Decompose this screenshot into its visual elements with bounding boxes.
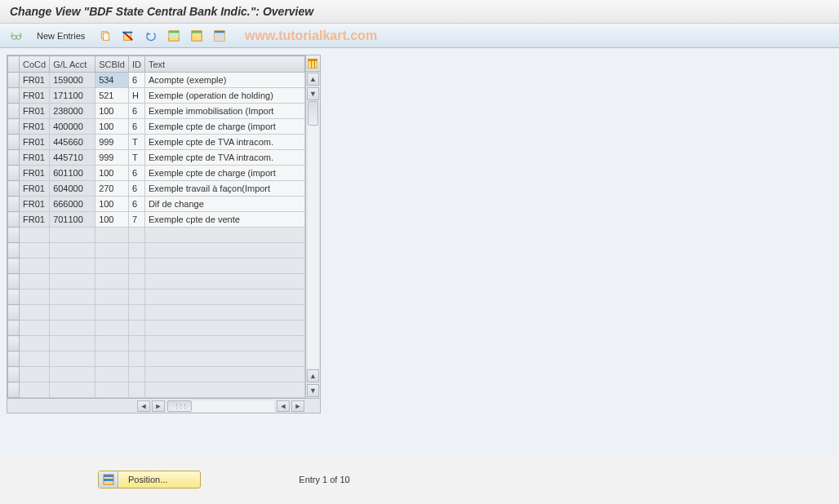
row-selector[interactable]	[8, 305, 20, 321]
row-selector[interactable]	[8, 88, 20, 104]
cell-cocd[interactable]: FR01	[20, 73, 50, 88]
cell-scbid[interactable]: 100	[95, 197, 129, 212]
cell-scbid[interactable]: 999	[95, 135, 129, 150]
cell-text[interactable]: Exemple cpte de vente	[144, 212, 304, 228]
row-selector[interactable]	[8, 382, 20, 398]
cell-cocd[interactable]: FR01	[20, 212, 50, 228]
row-selector[interactable]	[8, 166, 20, 181]
cell-text[interactable]: Exemple immobilisation (Import	[144, 104, 304, 119]
select-all-button[interactable]	[164, 28, 184, 44]
scroll-up-button-bottom[interactable]: ▲	[307, 369, 319, 382]
cell-glacct[interactable]: 238000	[50, 104, 95, 119]
row-selector[interactable]	[8, 259, 20, 274]
undo-button[interactable]	[141, 28, 161, 44]
cell-id[interactable]: 7	[128, 212, 144, 228]
h-scroll-left-button[interactable]: ◄	[137, 400, 150, 412]
select-block-button[interactable]	[187, 28, 206, 44]
row-selector[interactable]	[8, 135, 20, 150]
scroll-thumb[interactable]	[308, 101, 318, 126]
cell-id[interactable]: 6	[128, 197, 144, 212]
cell-scbid[interactable]: 534	[95, 73, 129, 88]
row-selector[interactable]	[8, 274, 20, 290]
row-selector[interactable]	[8, 181, 20, 197]
table-config-button[interactable]	[306, 55, 320, 72]
row-select-header[interactable]	[8, 56, 20, 73]
row-selector[interactable]	[8, 104, 20, 119]
cell-text[interactable]: Exemple cpte de TVA intracom.	[144, 150, 304, 166]
row-selector[interactable]	[8, 351, 20, 367]
cell-text[interactable]: Dif de change	[144, 197, 304, 212]
cell-scbid[interactable]: 100	[95, 166, 129, 181]
row-selector[interactable]	[8, 228, 20, 243]
scroll-up-button[interactable]: ▲	[307, 73, 319, 86]
row-selector[interactable]	[8, 321, 20, 336]
cell-glacct[interactable]: 171100	[50, 88, 95, 104]
cell-id[interactable]: 6	[128, 166, 144, 181]
column-header-cocd[interactable]: CoCd	[20, 56, 50, 73]
cell-cocd[interactable]: FR01	[20, 119, 50, 135]
cell-text[interactable]: Exemple travail à façon(Import	[144, 181, 304, 197]
h-scroll-track[interactable]: ⋮⋮⋮	[167, 400, 274, 412]
cell-scbid[interactable]: 521	[95, 88, 129, 104]
copy-button[interactable]	[95, 28, 115, 44]
row-selector[interactable]	[8, 290, 20, 305]
column-header-scbid[interactable]: SCBId	[95, 56, 129, 73]
column-header-glacct[interactable]: G/L Acct	[50, 56, 95, 73]
cell-text[interactable]: Exemple cpte de TVA intracom.	[144, 135, 304, 150]
cell-cocd[interactable]: FR01	[20, 88, 50, 104]
cell-id[interactable]: 6	[128, 119, 144, 135]
row-selector[interactable]	[8, 197, 20, 212]
cell-glacct[interactable]: 159000	[50, 73, 95, 88]
delete-button[interactable]	[118, 28, 138, 44]
cell-scbid[interactable]: 999	[95, 150, 129, 166]
cell-glacct[interactable]: 604000	[50, 181, 95, 197]
h-scroll-thumb[interactable]: ⋮⋮⋮	[167, 400, 192, 412]
column-header-id[interactable]: ID	[128, 56, 144, 73]
row-selector[interactable]	[8, 243, 20, 259]
position-button[interactable]: Position...	[98, 471, 201, 489]
cell-glacct[interactable]: 701100	[50, 212, 95, 228]
deselect-all-button[interactable]	[210, 28, 229, 44]
row-selector[interactable]	[8, 73, 20, 88]
cell-text[interactable]: Exemple cpte de charge (import	[144, 119, 304, 135]
cell-cocd[interactable]: FR01	[20, 135, 50, 150]
scroll-track[interactable]	[308, 101, 318, 369]
scroll-down-button[interactable]: ▼	[307, 87, 319, 100]
display-toggle-button[interactable]	[7, 28, 26, 44]
cell-cocd[interactable]: FR01	[20, 150, 50, 166]
row-selector[interactable]	[8, 150, 20, 166]
cell-cocd[interactable]: FR01	[20, 104, 50, 119]
cell-scbid[interactable]: 100	[95, 212, 129, 228]
cell-text[interactable]: Exemple cpte de charge (import	[144, 166, 304, 181]
cell-id[interactable]: 6	[128, 181, 144, 197]
row-selector[interactable]	[8, 367, 20, 382]
cell-glacct[interactable]: 445660	[50, 135, 95, 150]
h-scroll-right-button-2[interactable]: ►	[291, 400, 304, 412]
cell-text[interactable]: Exemple (operation de holding)	[144, 88, 304, 104]
row-selector[interactable]	[8, 336, 20, 351]
cell-id[interactable]: 6	[128, 73, 144, 88]
scroll-down-button-bottom[interactable]: ▼	[307, 384, 319, 397]
cell-id[interactable]: T	[128, 150, 144, 166]
cell-cocd[interactable]: FR01	[20, 181, 50, 197]
cell-cocd[interactable]: FR01	[20, 197, 50, 212]
cell-id[interactable]: H	[128, 88, 144, 104]
horizontal-scrollbar: ◄ ► ⋮⋮⋮ ◄ ►	[7, 398, 320, 413]
cell-glacct[interactable]: 666000	[50, 197, 95, 212]
cell-id[interactable]: 6	[128, 104, 144, 119]
cell-scbid[interactable]: 100	[95, 104, 129, 119]
row-selector[interactable]	[8, 119, 20, 135]
cell-scbid[interactable]: 100	[95, 119, 129, 135]
cell-glacct[interactable]: 445710	[50, 150, 95, 166]
cell-id[interactable]: T	[128, 135, 144, 150]
cell-scbid[interactable]: 270	[95, 181, 129, 197]
cell-glacct[interactable]: 400000	[50, 119, 95, 135]
row-selector[interactable]	[8, 212, 20, 228]
column-header-text[interactable]: Text	[144, 56, 304, 73]
h-scroll-right-button[interactable]: ►	[152, 400, 165, 412]
new-entries-button[interactable]: New Entries	[29, 28, 92, 44]
cell-cocd[interactable]: FR01	[20, 166, 50, 181]
cell-text[interactable]: Acompte (exemple)	[144, 73, 304, 88]
h-scroll-left-button-2[interactable]: ◄	[277, 400, 290, 412]
cell-glacct[interactable]: 601100	[50, 166, 95, 181]
